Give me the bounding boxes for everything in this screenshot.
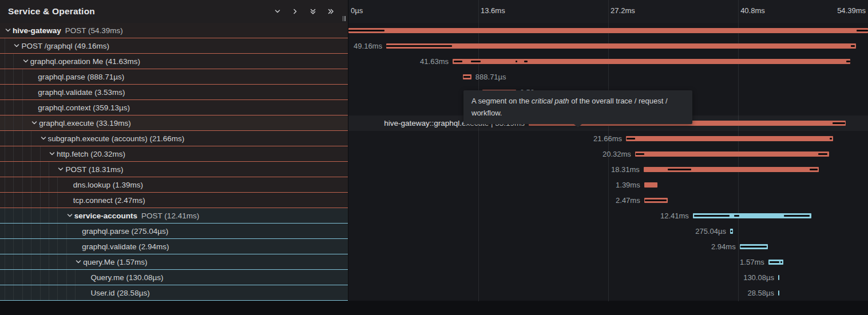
critical-path-segment[interactable] (818, 153, 827, 155)
critical-path-segment[interactable] (471, 61, 481, 62)
critical-path-segment[interactable] (857, 30, 868, 31)
span-timeline-cell[interactable]: 1.39ms (348, 177, 868, 193)
span-name-cell[interactable]: graphql.parse (275.04µs) (0, 224, 348, 239)
critical-path-segment[interactable] (830, 138, 832, 139)
span-name-cell[interactable]: POST (18.31ms) (0, 162, 348, 177)
chevron-right-icon[interactable] (291, 7, 299, 15)
critical-path-segment[interactable] (668, 169, 692, 170)
chevron-down-icon[interactable] (5, 27, 13, 34)
span-bar[interactable] (635, 151, 829, 157)
span-row[interactable]: service-accountsPOST (12.41ms)12.41ms (0, 208, 868, 224)
indent-guide (40, 162, 41, 177)
span-name-cell[interactable]: subgraph.execute (accounts) (21.66ms) (0, 131, 348, 146)
panel-divider[interactable] (348, 0, 348, 301)
critical-path-segment[interactable] (645, 200, 667, 201)
critical-path-segment[interactable] (810, 169, 817, 170)
chevron-down-icon[interactable] (49, 150, 57, 157)
span-row[interactable]: User.id (28.58µs)28.58µs (0, 285, 868, 301)
span-row[interactable]: dns.lookup (1.39ms)1.39ms (0, 177, 868, 193)
double-chevron-down-icon[interactable] (309, 7, 317, 15)
critical-path-segment[interactable] (784, 215, 810, 217)
span-row[interactable]: query.Me (1.57ms)1.57ms (0, 254, 868, 270)
span-bar[interactable] (778, 290, 779, 296)
span-row[interactable]: graphql.parse (275.04µs)275.04µs (0, 224, 868, 239)
span-label: graphql.parse (275.04µs) (82, 227, 168, 236)
span-bar[interactable] (778, 275, 779, 280)
span-timeline-cell[interactable]: 2.47ms (348, 193, 868, 208)
span-timeline-cell[interactable]: 28.58µs (348, 285, 868, 301)
span-row[interactable]: POST /graphql (49.16ms)49.16ms (0, 38, 868, 54)
span-timeline-cell[interactable]: 888.71µs (348, 69, 868, 85)
critical-path-segment[interactable] (740, 246, 767, 248)
span-timeline-cell[interactable]: 41.63ms (348, 54, 868, 69)
span-name-cell[interactable]: tcp.connect (2.47ms) (0, 193, 348, 208)
critical-path-segment[interactable] (627, 138, 635, 139)
span-name-cell[interactable]: hive-gatewayPOST (54.39ms) (0, 23, 348, 38)
span-name-cell[interactable]: dns.lookup (1.39ms) (0, 177, 348, 193)
critical-path-segment[interactable] (463, 76, 470, 78)
critical-path-segment[interactable] (636, 153, 644, 155)
critical-path-segment[interactable] (386, 45, 452, 47)
span-timeline-cell[interactable]: 49.16ms (348, 38, 868, 54)
critical-path-segment[interactable] (348, 30, 385, 31)
span-name-cell[interactable]: User.id (28.58µs) (0, 285, 348, 301)
span-name-cell[interactable]: graphql.operation Me (41.63ms) (0, 54, 348, 69)
span-name-cell[interactable]: graphql.execute (33.19ms) (0, 115, 348, 131)
critical-path-segment[interactable] (454, 61, 462, 62)
critical-path-segment[interactable] (851, 45, 855, 47)
panel-resize-grip[interactable] (340, 15, 347, 22)
span-row[interactable]: graphql.context (359.13µs)359.13µs (0, 100, 868, 115)
span-row[interactable]: graphql.operation Me (41.63ms)41.63ms (0, 54, 868, 69)
span-timeline-cell[interactable]: 275.04µs (348, 224, 868, 239)
double-chevron-right-icon[interactable] (327, 7, 335, 15)
span-name-cell[interactable]: Query.me (130.08µs) (0, 270, 348, 285)
span-bar[interactable] (348, 28, 868, 33)
span-name-cell[interactable]: graphql.validate (2.94ms) (0, 239, 348, 254)
span-name-cell[interactable]: graphql.context (359.13µs) (0, 100, 348, 115)
chevron-down-icon[interactable] (274, 7, 282, 15)
critical-path-segment[interactable] (731, 230, 732, 232)
span-row[interactable]: graphql.validate (2.94ms)2.94ms (0, 239, 868, 254)
critical-path-segment[interactable] (694, 215, 730, 217)
span-name-cell[interactable]: POST /graphql (49.16ms) (0, 38, 348, 54)
chevron-down-icon[interactable] (31, 119, 39, 126)
critical-path-segment[interactable] (780, 261, 782, 263)
span-name-cell[interactable]: service-accountsPOST (12.41ms) (0, 208, 348, 224)
span-timeline-cell[interactable]: 130.08µs (348, 270, 868, 285)
chevron-down-icon[interactable] (75, 258, 83, 265)
chevron-down-icon[interactable] (13, 42, 21, 49)
span-row[interactable]: graphql.parse (888.71µs)888.71µs (0, 69, 868, 85)
span-bar[interactable] (386, 43, 856, 49)
span-row[interactable]: POST (18.31ms)18.31ms (0, 162, 868, 177)
critical-path-segment[interactable] (734, 215, 739, 217)
span-timeline-cell[interactable]: 2.94ms (348, 239, 868, 254)
span-row[interactable]: http.fetch (20.32ms)20.32ms (0, 146, 868, 162)
chevron-down-icon[interactable] (22, 58, 30, 65)
span-name-cell[interactable]: graphql.parse (888.71µs) (0, 69, 348, 85)
span-row[interactable]: subgraph.execute (accounts) (21.66ms)21.… (0, 131, 868, 146)
span-bar[interactable] (453, 59, 850, 64)
critical-path-segment[interactable] (833, 122, 845, 124)
critical-path-segment[interactable] (524, 61, 528, 62)
span-row[interactable]: tcp.connect (2.47ms)2.47ms (0, 193, 868, 208)
span-timeline-cell[interactable]: 21.66ms (348, 131, 868, 146)
span-timeline-cell[interactable]: 1.57ms (348, 254, 868, 270)
critical-path-segment[interactable] (846, 61, 850, 62)
critical-path-segment[interactable] (770, 261, 779, 263)
span-timeline-cell[interactable]: 18.31ms (348, 162, 868, 177)
span-bar[interactable] (626, 136, 833, 141)
span-row[interactable]: Query.me (130.08µs)130.08µs (0, 270, 868, 285)
chevron-down-icon[interactable] (57, 166, 65, 173)
span-name-cell[interactable]: query.Me (1.57ms) (0, 254, 348, 270)
span-timeline-cell[interactable] (348, 23, 868, 38)
span-name-cell[interactable]: graphql.validate (3.53ms) (0, 85, 348, 100)
span-row[interactable]: graphql.validate (3.53ms)3.53ms (0, 85, 868, 100)
span-row[interactable]: hive-gatewayPOST (54.39ms) (0, 23, 868, 38)
span-timeline-cell[interactable]: 20.32ms (348, 146, 868, 162)
span-bar[interactable] (644, 182, 657, 188)
span-name-cell[interactable]: http.fetch (20.32ms) (0, 146, 348, 162)
chevron-down-icon[interactable] (40, 135, 48, 142)
span-timeline-cell[interactable]: 12.41ms (348, 208, 868, 224)
span-row[interactable]: graphql.execute (33.19ms)hive-gateway::g… (0, 115, 868, 131)
chevron-down-icon[interactable] (66, 212, 74, 219)
